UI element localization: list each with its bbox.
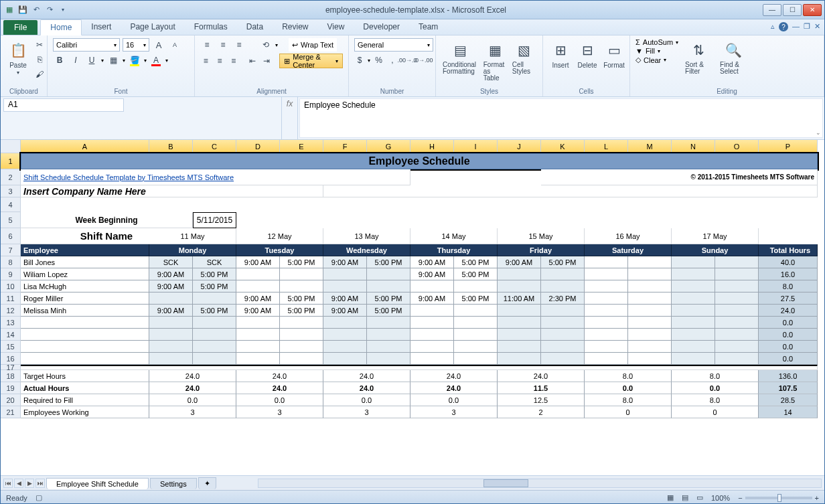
row-header[interactable]: 11 [1,292,21,305]
cell[interactable] [193,329,236,341]
copyright-text[interactable]: © 2011-2015 Timesheets MTS Software [541,169,818,185]
fill-color-icon[interactable]: 🪣 [128,54,141,67]
cell[interactable]: 107.5 [759,382,818,394]
cell[interactable]: 0.0 [759,341,818,353]
cell[interactable]: 9:00 AM [236,292,280,305]
cut-icon[interactable]: ✂ [33,38,46,52]
shrink-font-icon[interactable]: A [168,38,181,52]
row-header[interactable]: 4 [1,197,21,212]
cell[interactable]: 9:00 AM [410,268,454,280]
cell[interactable] [585,329,628,341]
cell[interactable]: Roger Miller [21,292,149,305]
column-header[interactable]: G [367,140,410,153]
cell[interactable]: 2:30 PM [541,292,585,305]
cell[interactable]: Bill Jones [21,256,149,268]
cell[interactable] [541,305,585,317]
cell[interactable] [236,268,280,280]
cell[interactable] [454,317,498,329]
cell[interactable]: 40.0 [759,256,818,268]
cell[interactable] [715,268,759,280]
cell[interactable]: 24.0 [498,370,585,382]
cell[interactable]: 24.0 [410,370,498,382]
cell[interactable]: Week Beginning [21,212,193,228]
cell[interactable] [236,341,280,353]
cell[interactable]: 8.0 [672,370,759,382]
cell[interactable]: SCK [149,256,193,268]
cell[interactable] [21,353,149,365]
workbook-restore-icon[interactable]: ❐ [804,22,810,31]
cell[interactable] [280,341,323,353]
cell[interactable]: 9:00 AM [149,305,193,317]
tab-view[interactable]: View [318,19,354,35]
row-header[interactable]: 19 [1,382,21,394]
cell[interactable] [21,329,149,341]
cell[interactable]: 28.5 [759,394,818,406]
sort-filter-button[interactable]: ⇅Sort & Filter [684,38,713,76]
cell[interactable]: 9:00 AM [323,292,367,305]
cell[interactable] [672,305,715,317]
cell[interactable] [149,292,193,305]
close-button[interactable]: ✕ [803,4,822,16]
cell[interactable] [367,268,410,280]
cell[interactable] [672,292,715,305]
cell[interactable] [21,317,149,329]
cell[interactable] [715,292,759,305]
insert-cells-button[interactable]: ⊞Insert [548,38,573,70]
cell[interactable]: 24.0 [410,382,498,394]
cell[interactable]: Friday [498,244,585,256]
column-header[interactable]: F [323,140,367,153]
cell[interactable]: 9:00 AM [410,292,454,305]
cell[interactable]: 5:00 PM [541,256,585,268]
row-header[interactable]: 10 [1,280,21,292]
cell[interactable] [628,305,672,317]
cell[interactable]: 5:00 PM [193,305,236,317]
cell[interactable] [454,329,498,341]
cell[interactable]: 0.0 [759,317,818,329]
cell[interactable]: Melissa Minh [21,305,149,317]
cell[interactable] [367,329,410,341]
row-header[interactable]: 14 [1,329,21,341]
cell[interactable]: 5:00 PM [367,292,410,305]
border-icon[interactable]: ▦ [106,54,120,67]
cell[interactable] [585,256,628,268]
cell[interactable]: Employee [21,244,149,256]
cell[interactable]: Required to Fill [21,394,149,406]
cell[interactable]: Thursday [410,244,498,256]
cell[interactable]: 8.0 [585,394,672,406]
row-header[interactable]: 20 [1,394,21,406]
cell[interactable] [21,365,818,370]
cell[interactable] [280,329,323,341]
help-icon[interactable]: ? [779,22,788,31]
cell[interactable] [498,268,541,280]
cell[interactable] [193,341,236,353]
cell[interactable] [323,341,367,353]
cell[interactable] [323,280,367,292]
column-header[interactable]: B [149,140,193,153]
format-cells-button[interactable]: ▭Format [602,38,626,70]
cell[interactable]: 8.0 [585,370,672,382]
cell[interactable] [672,256,715,268]
column-header[interactable]: K [541,140,585,153]
view-break-icon[interactable]: ▭ [696,493,703,502]
tab-data[interactable]: Data [237,19,273,35]
cell[interactable]: Monday [149,244,236,256]
align-center-icon[interactable]: ≡ [214,54,226,68]
increase-decimal-icon[interactable]: .00→.0 [400,54,414,67]
tab-formulas[interactable]: Formulas [185,19,237,35]
cell[interactable] [585,280,628,292]
row-header[interactable]: 5 [1,212,21,228]
workbook-min-icon[interactable]: — [792,22,800,31]
cell[interactable] [410,317,454,329]
cell[interactable] [410,341,454,353]
cell[interactable]: Lisa McHugh [21,280,149,292]
cell[interactable] [498,305,541,317]
cell[interactable] [280,268,323,280]
cell[interactable]: 24.0 [236,370,323,382]
fx-icon[interactable]: fx [282,97,298,139]
row-header[interactable]: 1 [1,153,21,169]
cell[interactable] [410,329,454,341]
minimize-button[interactable]: — [763,4,781,16]
column-header[interactable]: I [454,140,498,153]
cell[interactable] [715,353,759,365]
cell[interactable] [585,292,628,305]
